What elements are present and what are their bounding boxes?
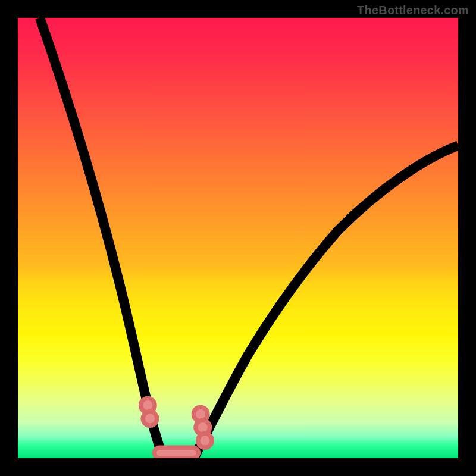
watermark-text: TheBottleneck.com (357, 4, 469, 17)
floor-marker-bar (154, 447, 198, 458)
curve-right (194, 146, 458, 458)
marker-dot (143, 412, 157, 426)
plot-area (18, 18, 458, 458)
chart-svg (18, 18, 458, 458)
curve-left (40, 18, 163, 458)
chart-frame: TheBottleneck.com (0, 0, 476, 476)
marker-dot (198, 434, 212, 448)
